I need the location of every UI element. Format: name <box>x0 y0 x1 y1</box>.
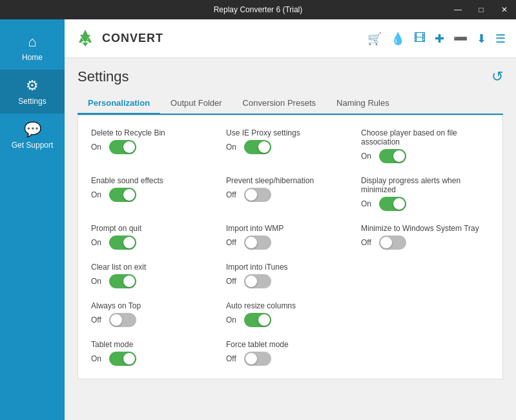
setting-item-11 <box>361 263 490 288</box>
setting-state-1: On <box>226 143 239 152</box>
toggle-track-5 <box>379 197 406 211</box>
sidebar-item-home-label: Home <box>22 53 43 62</box>
setting-state-12: Off <box>91 315 104 325</box>
drop-icon[interactable]: 💧 <box>391 32 405 46</box>
toggle-thumb-8 <box>380 237 392 248</box>
toggle-0[interactable] <box>109 140 136 154</box>
toggle-3[interactable] <box>109 188 136 202</box>
setting-item-8: Minimize to Windows System TrayOff <box>361 224 490 250</box>
toggle-16[interactable] <box>244 352 271 366</box>
toggle-thumb-7 <box>245 237 257 248</box>
toggle-thumb-16 <box>245 353 257 365</box>
toggle-6[interactable] <box>109 235 136 250</box>
toggle-13[interactable] <box>244 313 271 327</box>
film-icon[interactable]: 🎞 <box>414 32 426 45</box>
setting-state-15: On <box>91 354 104 363</box>
header-tools: 🛒 💧 🎞 ✚ ➖ ⬇ ☰ <box>367 32 506 46</box>
setting-item-5: Display progress alerts when minimizedOn <box>361 176 490 211</box>
setting-row-9: On <box>91 274 220 288</box>
title-bar: Replay Converter 6 (Trial) — □ ✕ <box>0 0 516 19</box>
setting-item-12: Always on TopOff <box>91 301 220 327</box>
title-bar-controls: — □ ✕ <box>446 0 516 19</box>
toggle-1[interactable] <box>244 140 271 154</box>
minimize-button[interactable]: — <box>446 0 470 19</box>
support-icon: 💬 <box>24 121 41 138</box>
sidebar-item-support[interactable]: 💬 Get Support <box>0 114 65 157</box>
tab-output-folder[interactable]: Output Folder <box>160 93 232 115</box>
setting-label-6: Prompt on quit <box>91 224 220 233</box>
toggle-9[interactable] <box>109 274 136 288</box>
setting-row-15: On <box>91 352 220 366</box>
app-logo <box>75 28 96 49</box>
menu-icon[interactable]: ☰ <box>495 32 506 46</box>
toggle-4[interactable] <box>244 188 271 202</box>
toggle-track-10 <box>244 274 271 288</box>
setting-label-5: Display progress alerts when minimized <box>361 176 490 194</box>
add-icon[interactable]: ✚ <box>435 32 444 46</box>
sidebar-item-support-label: Get Support <box>12 141 54 150</box>
toggle-track-12 <box>109 313 136 327</box>
download-icon[interactable]: ⬇ <box>477 32 486 46</box>
cart-icon[interactable]: 🛒 <box>367 32 382 46</box>
remove-icon[interactable]: ➖ <box>453 32 468 46</box>
setting-label-2: Choose player based on file association <box>361 128 490 146</box>
toggle-track-15 <box>109 352 136 366</box>
close-button[interactable]: ✕ <box>493 0 516 19</box>
setting-state-13: On <box>226 315 239 325</box>
setting-state-6: On <box>91 238 104 247</box>
setting-item-0: Delete to Recycle BinOn <box>91 128 220 163</box>
setting-state-2: On <box>361 152 374 161</box>
toggle-8[interactable] <box>379 235 406 250</box>
tab-conversion-presets[interactable]: Conversion Presets <box>232 93 326 115</box>
setting-item-16: Force tablet modeOff <box>226 340 355 366</box>
settings-grid: Delete to Recycle BinOnUse IE Proxy sett… <box>91 128 490 366</box>
setting-state-10: Off <box>226 277 239 286</box>
tab-personalization[interactable]: Personalization <box>77 93 160 115</box>
toggle-15[interactable] <box>109 352 136 366</box>
title-bar-text: Replay Converter 6 (Trial) <box>214 5 303 14</box>
sidebar-item-settings[interactable]: ⚙ Settings <box>0 70 65 114</box>
setting-item-2: Choose player based on file associationO… <box>361 128 490 163</box>
toggle-7[interactable] <box>244 235 271 250</box>
setting-row-7: Off <box>226 235 355 250</box>
tabs: Personalization Output Folder Conversion… <box>77 93 503 115</box>
reset-button[interactable]: ↺ <box>491 68 503 85</box>
setting-item-4: Prevent sleep/hibernationOff <box>226 176 355 211</box>
sidebar-item-home[interactable]: ⌂ Home <box>0 26 65 70</box>
toggle-track-8 <box>379 235 406 250</box>
setting-row-0: On <box>91 140 220 154</box>
toggle-thumb-10 <box>245 275 257 287</box>
toggle-5[interactable] <box>379 197 406 211</box>
toggle-thumb-6 <box>123 237 135 248</box>
toggle-track-4 <box>244 188 271 202</box>
page-title: Settings <box>77 68 129 85</box>
toggle-thumb-0 <box>123 141 135 153</box>
setting-state-16: Off <box>226 354 239 363</box>
setting-label-1: Use IE Proxy settings <box>226 128 355 137</box>
setting-label-8: Minimize to Windows System Tray <box>361 224 490 233</box>
setting-row-2: On <box>361 149 490 163</box>
toggle-10[interactable] <box>244 274 271 288</box>
setting-state-0: On <box>91 143 104 152</box>
app-body: ⌂ Home ⚙ Settings 💬 Get Support CONVERT … <box>0 19 516 420</box>
setting-row-8: Off <box>361 235 490 250</box>
setting-row-6: On <box>91 235 220 250</box>
tab-naming-rules[interactable]: Naming Rules <box>326 93 400 115</box>
home-icon: ⌂ <box>28 34 36 50</box>
setting-state-7: Off <box>226 238 239 247</box>
setting-label-7: Import into WMP <box>226 224 355 233</box>
toggle-track-6 <box>109 235 136 250</box>
setting-item-10: Import into iTunesOff <box>226 263 355 288</box>
setting-row-1: On <box>226 140 355 154</box>
setting-label-15: Tablet mode <box>91 340 220 349</box>
setting-state-4: Off <box>226 190 239 199</box>
setting-item-6: Prompt on quitOn <box>91 224 220 250</box>
toggle-12[interactable] <box>109 313 136 327</box>
toggle-2[interactable] <box>379 149 406 163</box>
setting-item-7: Import into WMPOff <box>226 224 355 250</box>
header-bar: CONVERT 🛒 💧 🎞 ✚ ➖ ⬇ ☰ <box>65 19 516 58</box>
toggle-thumb-3 <box>123 189 135 201</box>
toggle-track-1 <box>244 140 271 154</box>
toggle-track-16 <box>244 352 271 366</box>
maximize-button[interactable]: □ <box>470 0 493 19</box>
